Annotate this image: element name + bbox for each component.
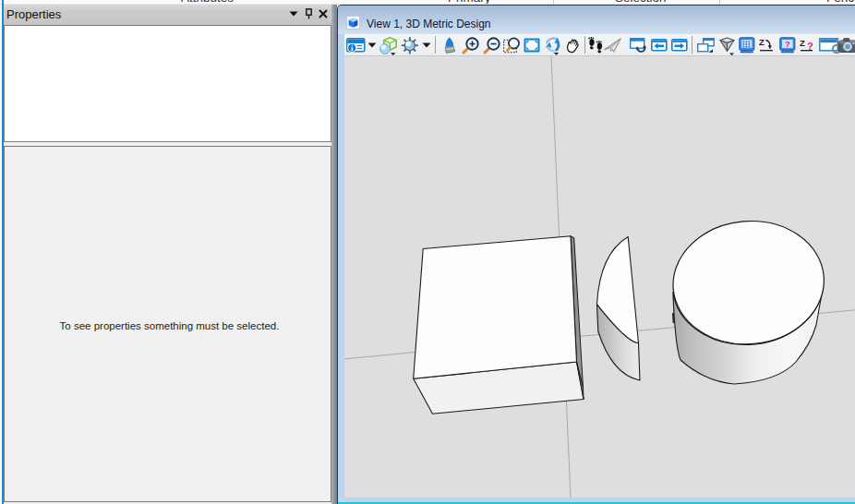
svg-text:?: ? — [807, 41, 813, 52]
svg-text:Z: Z — [800, 38, 805, 48]
svg-text:?: ? — [785, 39, 790, 49]
svg-text:Z: Z — [759, 38, 765, 47]
